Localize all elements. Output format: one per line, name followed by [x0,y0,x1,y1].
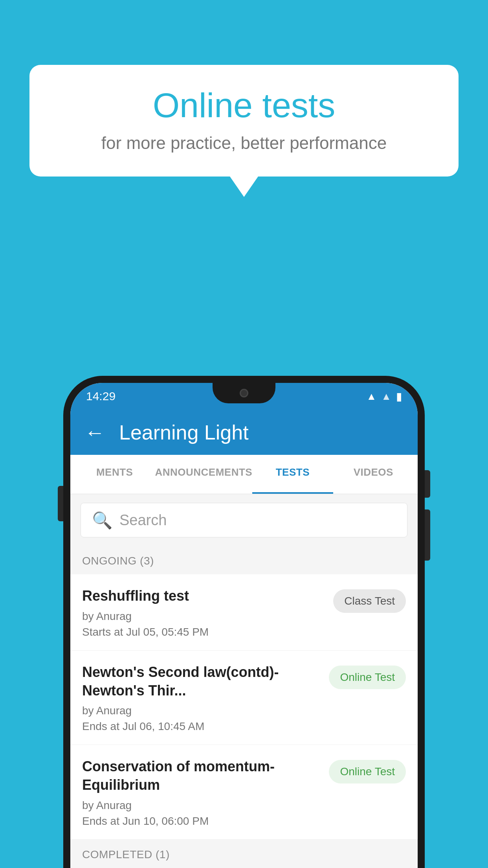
test-info-reshuffling: Reshuffling test by Anurag Starts at Jul… [82,587,325,638]
bubble-title: Online tests [53,86,435,125]
test-item-reshuffling[interactable]: Reshuffling test by Anurag Starts at Jul… [70,574,418,651]
phone-frame: 14:29 ← Learning Light MENTS [63,376,425,868]
test-author-reshuffling: by Anurag [82,610,325,623]
section-ongoing-header: ONGOING (3) [70,546,418,574]
test-list-ongoing: Reshuffling test by Anurag Starts at Jul… [70,574,418,840]
power-button-top [425,470,430,498]
search-container: 🔍 Search [70,494,418,546]
test-item-conservation[interactable]: Conservation of momentum-Equilibrium by … [70,745,418,840]
volume-button [58,486,63,521]
wifi-icon [367,390,377,403]
test-author-conservation: by Anurag [82,799,321,812]
toolbar-title: Learning Light [119,421,249,444]
toolbar: ← Learning Light [70,410,418,455]
test-info-conservation: Conservation of momentum-Equilibrium by … [82,758,321,828]
section-completed-header: COMPLETED (1) [70,840,418,868]
front-camera [240,389,248,397]
tab-announcements[interactable]: ANNOUNCEMENTS [155,455,252,494]
test-info-newton: Newton's Second law(contd)-Newton's Thir… [82,663,321,733]
tab-tests[interactable]: TESTS [252,455,333,494]
battery-icon [396,390,402,403]
test-name-newton: Newton's Second law(contd)-Newton's Thir… [82,663,321,700]
test-author-newton: by Anurag [82,704,321,717]
search-icon: 🔍 [92,511,112,530]
signal-icon [381,390,391,403]
search-bar[interactable]: 🔍 Search [81,503,407,537]
back-button[interactable]: ← [84,422,105,443]
speech-bubble: Online tests for more practice, better p… [29,65,459,177]
tabs-container: MENTS ANNOUNCEMENTS TESTS VIDEOS [70,455,418,494]
speech-bubble-container: Online tests for more practice, better p… [29,65,459,177]
bubble-subtitle: for more practice, better performance [53,133,435,153]
tab-videos[interactable]: VIDEOS [333,455,414,494]
notch [213,383,275,403]
status-time: 14:29 [86,390,116,403]
phone-wrapper: 14:29 ← Learning Light MENTS [63,376,425,868]
test-date-conservation: Ends at Jun 10, 06:00 PM [82,815,321,828]
search-placeholder: Search [119,512,167,529]
test-name-reshuffling: Reshuffling test [82,587,325,605]
power-button-bottom [425,509,430,561]
phone-screen: 14:29 ← Learning Light MENTS [70,383,418,868]
test-item-newton[interactable]: Newton's Second law(contd)-Newton's Thir… [70,651,418,745]
test-date-reshuffling: Starts at Jul 05, 05:45 PM [82,626,325,638]
test-date-newton: Ends at Jul 06, 10:45 AM [82,720,321,733]
status-icons [367,390,402,403]
status-bar: 14:29 [70,383,418,410]
test-badge-reshuffling: Class Test [333,589,406,613]
test-name-conservation: Conservation of momentum-Equilibrium [82,758,321,794]
test-badge-newton: Online Test [329,666,406,689]
tab-ments[interactable]: MENTS [74,455,155,494]
test-badge-conservation: Online Test [329,760,406,783]
